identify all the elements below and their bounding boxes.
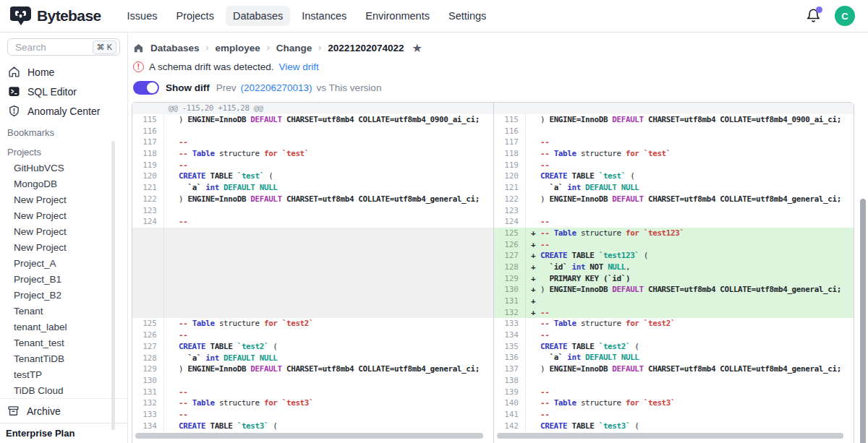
diff-horizontal-scrollbar[interactable]	[135, 433, 483, 439]
line-number: 117	[494, 137, 526, 148]
sidebar-item-archive[interactable]: Archive	[0, 398, 127, 423]
archive-icon	[7, 405, 20, 417]
line-number: 129	[132, 364, 164, 375]
sidebar-item-label: SQL Editor	[27, 86, 77, 98]
project-item[interactable]: GitHubVCS	[0, 160, 127, 176]
versus-label: vs This version	[317, 82, 382, 93]
code-content: CREATE TABLE `test` (	[164, 171, 493, 182]
diff-hunk-header: @@ -115,20 +115,28 @@	[132, 103, 493, 114]
code-content: ) ENGINE=InnoDB DEFAULT CHARSET=utf8mb4 …	[164, 114, 493, 126]
project-item[interactable]: Project_A	[0, 255, 127, 271]
view-drift-link[interactable]: View drift	[279, 61, 319, 72]
diff-line: 124--	[132, 216, 493, 228]
project-item[interactable]: testTP	[0, 366, 127, 382]
added-line-marker: +	[531, 307, 535, 319]
added-line-marker: +	[531, 262, 535, 273]
shield-icon	[7, 105, 20, 118]
nav-item-instances[interactable]: Instances	[294, 6, 354, 26]
project-item[interactable]: New Project	[0, 239, 127, 255]
sidebar-item-home[interactable]: Home	[0, 62, 127, 82]
line-number: 132	[132, 397, 164, 409]
bookmark-star-icon[interactable]: ★	[412, 41, 422, 55]
sidebar-item-label: Anomaly Center	[27, 106, 100, 117]
project-item[interactable]: Project_B1	[0, 271, 127, 287]
project-item[interactable]: Tenant	[0, 303, 127, 319]
user-avatar[interactable]: C	[835, 6, 855, 26]
code-content: +	[526, 296, 854, 307]
breadcrumb-item[interactable]: Change	[276, 43, 312, 53]
code-content: -- Table structure for `test3`	[526, 397, 854, 409]
breadcrumb-item[interactable]: employee	[216, 43, 260, 53]
diff-line-added: 132+--	[494, 307, 854, 319]
toggle-knob	[147, 82, 158, 93]
diff-hunk-header	[494, 103, 854, 114]
line-number: 141	[494, 409, 526, 421]
project-item[interactable]: TiDB Cloud	[0, 382, 127, 398]
nav-item-settings[interactable]: Settings	[441, 6, 493, 26]
diff-line: 124--	[494, 216, 854, 228]
diff-line: 123	[494, 205, 854, 217]
project-item[interactable]: TenantTiDB	[0, 350, 127, 366]
code-content: --	[526, 137, 854, 148]
prev-version-link[interactable]: (202206270013)	[241, 82, 312, 93]
breadcrumb-item[interactable]: Databases	[150, 43, 200, 53]
project-item[interactable]: MongoDB	[0, 176, 127, 192]
diff-line: 134CREATE TABLE `test3` (	[132, 421, 493, 432]
nav-item-issues[interactable]: Issues	[120, 6, 165, 26]
line-number: 142	[494, 421, 526, 432]
notifications-bell-icon[interactable]	[806, 8, 822, 24]
sidebar-scrollbar[interactable]	[111, 141, 115, 430]
bytebase-logo-icon	[10, 6, 32, 26]
nav-item-projects[interactable]: Projects	[169, 6, 221, 26]
code-content: -- Table structure for `test2`	[526, 318, 854, 330]
diff-line: 116	[494, 126, 854, 137]
line-number: 124	[494, 216, 526, 228]
breadcrumb-home-icon[interactable]	[133, 43, 144, 53]
project-item[interactable]: Tenant_test	[0, 335, 127, 350]
project-item[interactable]: tenant_label	[0, 319, 127, 335]
search-shortcut-badge: ⌘ K	[93, 40, 116, 54]
code-content: CREATE TABLE `test` (	[526, 171, 854, 182]
code-content: +CREATE TABLE `test123` (	[526, 250, 854, 262]
page-vertical-scrollbar[interactable]	[860, 199, 866, 443]
diff-line: 115) ENGINE=InnoDB DEFAULT CHARSET=utf8m…	[132, 114, 493, 126]
bookmarks-section-label: Bookmarks	[0, 121, 127, 140]
diff-line: 126--	[132, 330, 493, 341]
code-content: +-- Table structure for `test123`	[526, 228, 854, 239]
bytebase-logo[interactable]: Bytebase	[10, 6, 101, 26]
diff-horizontal-scrollbar[interactable]	[497, 433, 843, 439]
code-content	[164, 205, 493, 217]
diff-line: 129) ENGINE=InnoDB DEFAULT CHARSET=utf8m…	[132, 364, 493, 375]
nav-item-environments[interactable]: Environments	[358, 6, 437, 26]
brand-name: Bytebase	[37, 7, 101, 25]
code-content: --	[526, 409, 854, 421]
line-number: 125	[494, 228, 526, 239]
sidebar-item-sql-editor[interactable]: SQL Editor	[0, 82, 127, 101]
breadcrumb: Databases›employee›Change›20221202074022…	[132, 40, 868, 56]
line-number: 140	[494, 397, 526, 409]
alert-message: A schema drift was detected.	[149, 61, 274, 72]
nav-item-databases[interactable]: Databases	[226, 6, 290, 26]
diff-line: 122) ENGINE=InnoDB DEFAULT CHARSET=utf8m…	[494, 194, 854, 205]
code-content: --	[526, 330, 854, 341]
line-number: 122	[494, 194, 526, 205]
project-item[interactable]: Project_B2	[0, 287, 127, 303]
diff-line-added: 127+CREATE TABLE `test123` (	[494, 250, 854, 262]
sidebar-item-anomaly-center[interactable]: Anomaly Center	[0, 101, 127, 121]
project-item[interactable]: New Project	[0, 207, 127, 223]
show-diff-toggle[interactable]	[133, 81, 159, 95]
home-icon	[7, 66, 20, 79]
diff-line: 131--	[132, 387, 493, 398]
search-input[interactable]: Search ⌘ K	[7, 38, 120, 56]
code-content: --	[164, 330, 493, 341]
diff-line: 138	[494, 375, 854, 387]
code-content	[526, 375, 854, 387]
project-item[interactable]: New Project	[0, 223, 127, 239]
code-content: --	[526, 387, 854, 398]
project-item[interactable]: New Project	[0, 192, 127, 207]
code-content: --	[526, 160, 854, 171]
line-number: 115	[494, 114, 526, 126]
code-content: ) ENGINE=InnoDB DEFAULT CHARSET=utf8mb4 …	[164, 364, 493, 375]
line-number: 125	[132, 318, 164, 330]
diff-line: 115) ENGINE=InnoDB DEFAULT CHARSET=utf8m…	[494, 114, 854, 126]
